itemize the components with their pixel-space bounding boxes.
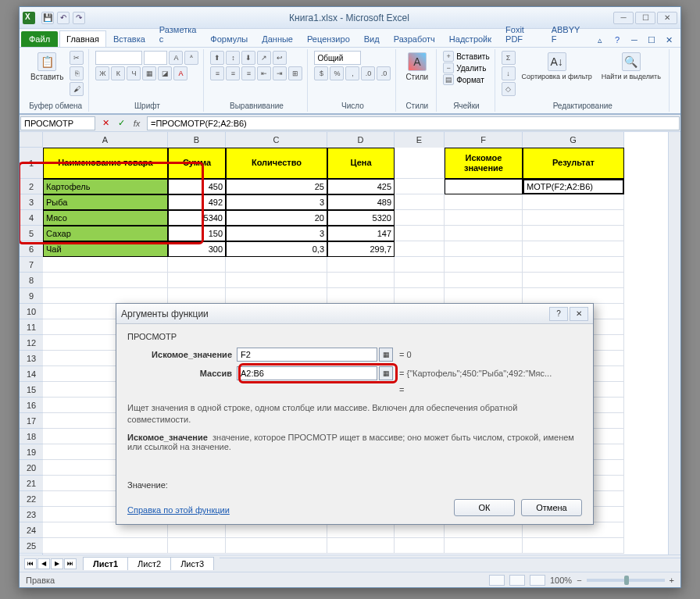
format-painter-icon[interactable]: 🖌	[70, 82, 84, 96]
cell[interactable]	[395, 288, 445, 304]
help-link[interactable]: Справка по этой функции	[127, 505, 230, 515]
file-tab[interactable]: Файл	[21, 31, 58, 47]
cell[interactable]: Рыба	[43, 194, 168, 210]
increase-indent-icon[interactable]: ⇥	[273, 66, 287, 80]
cell[interactable]: 492	[168, 194, 226, 210]
row-header[interactable]: 3	[20, 194, 43, 210]
row-header[interactable]: 5	[20, 226, 43, 241]
row-header[interactable]: 19	[20, 444, 43, 460]
cell[interactable]: 20	[226, 210, 327, 226]
cell[interactable]: Результат	[523, 148, 624, 179]
cell[interactable]	[327, 522, 395, 538]
align-center-icon[interactable]: ≡	[226, 66, 240, 80]
sheet-tab[interactable]: Лист3	[170, 557, 214, 570]
col-header[interactable]: A	[43, 132, 168, 148]
cell[interactable]: МОТР(F2;A2:B6)	[523, 179, 624, 194]
arg2-ref-icon[interactable]: ▦	[379, 366, 393, 380]
row-header[interactable]: 25	[20, 538, 43, 554]
cell[interactable]	[445, 210, 523, 226]
cell[interactable]	[226, 257, 327, 273]
row-header[interactable]: 2	[20, 179, 43, 194]
find-select-button[interactable]: 🔍 Найти и выделить	[598, 51, 664, 82]
cell[interactable]	[445, 273, 523, 288]
arg1-ref-icon[interactable]: ▦	[379, 348, 393, 362]
cell[interactable]	[445, 194, 523, 210]
cell[interactable]: Картофель	[43, 179, 168, 194]
cell[interactable]	[226, 288, 327, 304]
autosum-icon[interactable]: Σ	[502, 51, 516, 65]
cell[interactable]: Сумма	[168, 148, 226, 179]
cell[interactable]	[395, 538, 445, 554]
comma-icon[interactable]: ,	[345, 66, 359, 80]
cell[interactable]: Искомое значение	[445, 148, 523, 179]
tab-home[interactable]: Главная	[59, 30, 106, 47]
cell[interactable]	[168, 538, 226, 554]
cell[interactable]: 299,7	[327, 241, 395, 257]
row-header[interactable]: 22	[20, 491, 43, 507]
row-header[interactable]: 11	[20, 319, 43, 335]
cell[interactable]: 3	[226, 194, 327, 210]
cell[interactable]	[226, 522, 327, 538]
cut-icon[interactable]: ✂	[70, 51, 84, 65]
row-header[interactable]: 7	[20, 257, 43, 273]
cell[interactable]	[523, 288, 624, 304]
row-header[interactable]: 6	[20, 241, 43, 257]
align-bottom-icon[interactable]: ⬇	[241, 51, 255, 65]
tab-pagelayout[interactable]: Разметка с	[152, 21, 204, 47]
tab-formulas[interactable]: Формулы	[203, 30, 255, 47]
cell[interactable]	[168, 257, 226, 273]
cell[interactable]: 147	[327, 226, 395, 241]
cell[interactable]: 489	[327, 194, 395, 210]
window-restore-icon[interactable]: ☐	[645, 33, 659, 47]
cell[interactable]	[168, 522, 226, 538]
cell[interactable]: 25	[226, 179, 327, 194]
cell[interactable]	[395, 194, 445, 210]
horizontal-scrollbar[interactable]	[220, 558, 680, 570]
tab-review[interactable]: Рецензиро	[300, 30, 357, 47]
underline-button[interactable]: Ч	[127, 66, 141, 80]
row-header[interactable]: 14	[20, 366, 43, 382]
cell[interactable]: 5320	[327, 210, 395, 226]
decrease-font-icon[interactable]: ᴬ	[184, 51, 198, 65]
window-close-icon[interactable]: ✕	[662, 33, 676, 47]
cell[interactable]	[327, 257, 395, 273]
cell[interactable]: Чай	[43, 241, 168, 257]
currency-icon[interactable]: $	[314, 66, 328, 80]
cell[interactable]	[43, 522, 168, 538]
cell[interactable]	[168, 288, 226, 304]
clear-icon[interactable]: ◇	[502, 82, 516, 96]
zoom-in-icon[interactable]: +	[670, 576, 674, 585]
font-name-input[interactable]	[95, 51, 142, 65]
cell[interactable]	[395, 179, 445, 194]
save-icon[interactable]: 💾	[41, 12, 54, 24]
merge-icon[interactable]: ⊞	[288, 66, 302, 80]
col-header[interactable]: E	[395, 132, 445, 148]
cell[interactable]	[327, 273, 395, 288]
dialog-titlebar[interactable]: Аргументы функции ? ✕	[116, 304, 593, 324]
select-all-corner[interactable]	[20, 132, 43, 148]
cell[interactable]	[43, 538, 168, 554]
cell[interactable]	[395, 522, 445, 538]
row-header[interactable]: 21	[20, 476, 43, 491]
cell[interactable]	[523, 538, 624, 554]
row-header[interactable]: 23	[20, 507, 43, 522]
insert-cells-button[interactable]: +Вставить	[443, 51, 489, 62]
tab-nav-prev-icon[interactable]: ◀	[38, 558, 50, 569]
font-color-icon[interactable]: A	[173, 66, 188, 80]
name-box[interactable]: ПРОСМОТР	[20, 116, 95, 130]
enter-formula-icon[interactable]: ✓	[114, 116, 128, 130]
copy-icon[interactable]: ⎘	[70, 66, 84, 80]
cell[interactable]	[523, 194, 624, 210]
help-icon[interactable]: ?	[610, 33, 624, 47]
page-break-view-icon[interactable]	[530, 575, 545, 586]
tab-developer[interactable]: Разработч	[387, 30, 442, 47]
minimize-button[interactable]: ─	[613, 12, 634, 24]
window-min-icon[interactable]: ─	[627, 33, 641, 47]
cell[interactable]	[395, 241, 445, 257]
close-button[interactable]: ✕	[657, 12, 677, 24]
cell[interactable]	[168, 273, 226, 288]
wrap-text-icon[interactable]: ↩	[273, 51, 287, 65]
increase-decimal-icon[interactable]: .0	[361, 66, 375, 80]
cell[interactable]	[523, 241, 624, 257]
cell[interactable]: 0,3	[226, 241, 327, 257]
